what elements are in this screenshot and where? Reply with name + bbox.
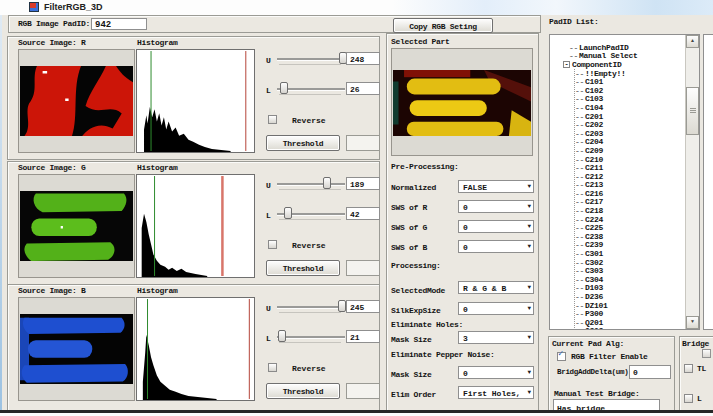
copy-rgb-setting-button[interactable]: Copy RGB Seting <box>393 18 493 33</box>
tree-scrollbar[interactable]: ▲ ▼ <box>685 35 699 329</box>
dropdown-arrow-icon[interactable]: ▼ <box>527 369 531 377</box>
reverse-checkbox[interactable] <box>268 115 277 124</box>
tree-item[interactable]: --C101 <box>575 77 685 86</box>
tree-item[interactable]: -ComponentID <box>563 60 685 69</box>
tree-item[interactable]: --C304 <box>575 275 685 284</box>
tree-item[interactable]: --C302 <box>575 258 685 267</box>
l-slider-thumb[interactable] <box>278 330 286 342</box>
tree-item[interactable]: --C210 <box>575 155 685 164</box>
l-slider-thumb[interactable] <box>280 82 288 94</box>
tree-item[interactable]: --Q202 <box>575 327 685 330</box>
tree-item[interactable]: --C204 <box>575 138 685 147</box>
selected-part-panel: Selected Part Pre-Processing: Normalized… <box>386 33 539 416</box>
tree-item[interactable]: --Q201 <box>575 318 685 327</box>
tree-item[interactable]: --C102 <box>575 86 685 95</box>
mask-size-1-combo[interactable]: 3▼ <box>458 331 534 344</box>
padid-value-field[interactable]: 942 <box>91 18 147 30</box>
tree-item[interactable]: --C218 <box>575 206 685 215</box>
rgb-filter-enable-checkbox[interactable]: ✓ <box>557 352 566 361</box>
eliminate-pepper-title: Eliminate Pepper Noise: <box>391 350 495 359</box>
sws-r-combo[interactable]: 0▼ <box>458 200 534 213</box>
tree-item[interactable]: --LaunchPadID <box>569 43 685 52</box>
threshold-button[interactable]: Threshold <box>266 135 340 151</box>
scroll-down-button[interactable]: ▼ <box>686 316 699 329</box>
mask-size-2-combo[interactable]: 0▼ <box>458 366 534 379</box>
tree-item[interactable]: --C239 <box>575 241 685 250</box>
bridge-tl-checkbox[interactable] <box>684 364 693 373</box>
bridge-tl-label: TL <box>697 364 706 373</box>
sws-g-combo[interactable]: 0▼ <box>458 220 534 233</box>
l-value-field[interactable]: 26 <box>346 82 380 95</box>
sws-b-label: SWS of B <box>391 243 427 252</box>
tree-item[interactable]: --C217 <box>575 198 685 207</box>
dropdown-arrow-icon[interactable]: ▼ <box>527 284 531 292</box>
dropdown-arrow-icon[interactable]: ▼ <box>527 334 531 342</box>
l-slider-track[interactable] <box>277 336 345 339</box>
l-value-field[interactable]: 42 <box>346 207 380 220</box>
l-slider[interactable] <box>277 330 345 344</box>
dropdown-arrow-icon[interactable]: ▼ <box>527 389 531 397</box>
dropdown-arrow-icon[interactable]: ▼ <box>527 223 531 231</box>
bridge-add-delta-field[interactable]: 0 <box>629 365 671 379</box>
tree-item[interactable]: --C211 <box>575 163 685 172</box>
tree-item[interactable]: --C238 <box>575 232 685 241</box>
tree-item[interactable]: --Manual Select <box>569 52 685 61</box>
tree-item[interactable]: --D236 <box>575 292 685 301</box>
l-slider-thumb[interactable] <box>284 207 292 219</box>
u-value-field[interactable]: 248 <box>346 52 380 65</box>
u-value-field[interactable]: 189 <box>346 177 380 190</box>
l-label: L <box>266 334 271 343</box>
tree-item[interactable]: --C202 <box>575 120 685 129</box>
dropdown-arrow-icon[interactable]: ▼ <box>527 183 531 191</box>
u-slider[interactable] <box>277 177 345 191</box>
u-slider-thumb[interactable] <box>323 177 331 189</box>
tree-item[interactable]: --C301 <box>575 249 685 258</box>
tree-item[interactable]: --DZ101 <box>575 301 685 310</box>
dropdown-arrow-icon[interactable]: ▼ <box>527 305 531 313</box>
l-slider[interactable] <box>277 82 345 96</box>
tree-item[interactable]: --!!Empty!! <box>575 69 685 78</box>
bridge-checkbox-partial[interactable] <box>702 349 711 358</box>
u-slider-track[interactable] <box>277 58 345 61</box>
source-image-r-thumbnail <box>20 66 133 136</box>
bridge-add-delta-label: BridgAddDelta(um): <box>557 368 633 376</box>
normalized-combo[interactable]: FALSE▼ <box>458 180 534 193</box>
tree-item[interactable]: --C103 <box>575 95 685 104</box>
reverse-checkbox[interactable] <box>268 363 277 372</box>
tree-item[interactable]: --D103 <box>575 284 685 293</box>
tree-item[interactable]: --C224 <box>575 215 685 224</box>
collapse-minus-icon[interactable]: - <box>563 61 570 68</box>
tree-item[interactable]: --C303 <box>575 266 685 275</box>
scrollbar-thumb[interactable] <box>686 87 699 135</box>
u-slider-track[interactable] <box>277 183 345 186</box>
scroll-up-button[interactable]: ▲ <box>686 35 699 48</box>
u-slider[interactable] <box>277 52 345 66</box>
l-value-field[interactable]: 21 <box>346 330 380 343</box>
tree-item[interactable]: --C213 <box>575 181 685 190</box>
u-slider-track[interactable] <box>277 306 345 309</box>
elim-order-combo[interactable]: First Holes,▼ <box>458 386 534 399</box>
tree-item[interactable]: --C225 <box>575 223 685 232</box>
source-image-b-box <box>18 297 135 401</box>
l-slider[interactable] <box>277 207 345 221</box>
tree-item[interactable]: --C216 <box>575 189 685 198</box>
tree-item[interactable]: --C212 <box>575 172 685 181</box>
tree-item[interactable]: --C201 <box>575 112 685 121</box>
dropdown-arrow-icon[interactable]: ▼ <box>527 203 531 211</box>
tree-item[interactable]: --C104 <box>575 103 685 112</box>
silk-exp-size-combo[interactable]: 0▼ <box>458 302 534 315</box>
dropdown-arrow-icon[interactable]: ▼ <box>527 243 531 251</box>
tree-item[interactable]: --P300 <box>575 309 685 318</box>
source-image-g-box <box>18 174 135 278</box>
u-value-field[interactable]: 245 <box>346 300 380 313</box>
sws-b-combo[interactable]: 0▼ <box>458 240 534 253</box>
threshold-button[interactable]: Threshold <box>266 260 340 276</box>
tree-item[interactable]: --C209 <box>575 146 685 155</box>
selected-mode-combo[interactable]: R & G & B▼ <box>458 281 534 294</box>
tree-item[interactable]: --C203 <box>575 129 685 138</box>
threshold-button[interactable]: Threshold <box>266 383 340 399</box>
u-slider[interactable] <box>277 300 345 314</box>
reverse-checkbox[interactable] <box>268 240 277 249</box>
bridge-l-checkbox[interactable] <box>684 394 693 403</box>
panel-title: Source Image: B <box>18 286 86 295</box>
